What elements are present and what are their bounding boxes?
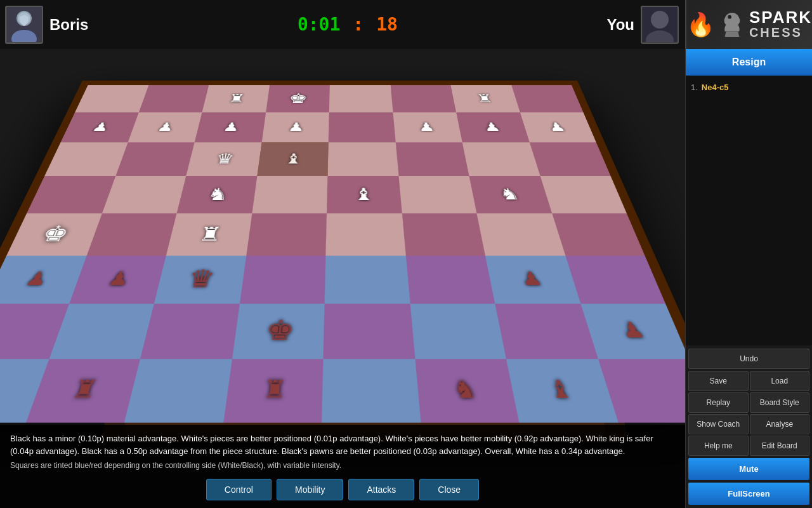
square-c5[interactable]: ♞ — [177, 176, 257, 213]
move-number-1: 1. — [691, 83, 698, 92]
square-c4[interactable]: ♜ — [166, 213, 252, 256]
save-button[interactable]: Save — [688, 371, 749, 391]
square-a8[interactable] — [75, 85, 148, 112]
mobility-button[interactable]: Mobility — [277, 479, 343, 500]
square-g5[interactable]: ♞ — [469, 176, 551, 213]
square-b4[interactable] — [86, 213, 177, 256]
square-f8[interactable] — [390, 85, 456, 112]
square-e5[interactable]: ♝ — [327, 176, 402, 213]
square-d5[interactable] — [252, 176, 328, 213]
square-h5[interactable] — [540, 176, 627, 213]
save-load-row: Save Load — [688, 371, 809, 391]
square-e2[interactable] — [323, 304, 414, 359]
square-g8[interactable]: ♜ — [450, 85, 520, 112]
analysis-hint-text: Squares are tinted blue/red depending on… — [10, 461, 675, 470]
player-right-name: You — [606, 16, 634, 34]
square-d3[interactable] — [239, 256, 325, 304]
square-c8[interactable]: ♜ — [202, 85, 269, 112]
logo-text: SPARK CHESS — [749, 9, 812, 40]
mute-button[interactable]: Mute — [688, 458, 809, 480]
square-b7[interactable]: ♟ — [128, 112, 202, 142]
timer-orange: 18 — [376, 14, 398, 35]
square-c7[interactable]: ♟ — [195, 112, 266, 142]
square-h2[interactable]: ♟ — [580, 304, 685, 359]
square-d1[interactable]: ♜ — [223, 359, 323, 423]
square-f2[interactable] — [410, 304, 506, 359]
square-d6[interactable]: ♝ — [257, 142, 329, 176]
square-d8[interactable]: ♚ — [266, 85, 330, 112]
player-left-name: Boris — [49, 16, 88, 34]
square-a4[interactable]: ♚ — [6, 213, 102, 256]
square-e1[interactable] — [322, 359, 421, 423]
logo-horse-icon — [720, 9, 744, 41]
load-button[interactable]: Load — [750, 371, 810, 391]
move-entry-1: 1. Ne4-c5 — [691, 81, 807, 94]
square-h3[interactable] — [565, 256, 665, 304]
move-notation-1: Ne4-c5 — [702, 83, 729, 92]
square-f6[interactable] — [395, 142, 469, 176]
chess-board[interactable]: ♜ ♚ ♜ ♟ ♟ — [0, 81, 685, 415]
square-g3[interactable]: ♟ — [485, 256, 580, 304]
square-b5[interactable] — [102, 176, 186, 213]
square-f1[interactable]: ♞ — [415, 359, 520, 423]
svg-point-7 — [728, 15, 731, 18]
square-f4[interactable] — [402, 213, 485, 256]
square-e6[interactable] — [327, 142, 398, 176]
svg-point-5 — [651, 11, 669, 29]
move-list: 1. Ne4-c5 — [686, 76, 812, 345]
square-e3[interactable] — [325, 256, 410, 304]
attacks-button[interactable]: Attacks — [348, 479, 414, 500]
control-button[interactable]: Control — [206, 479, 272, 500]
square-h6[interactable] — [529, 142, 610, 176]
square-h7[interactable]: ♟ — [520, 112, 596, 142]
undo-button[interactable]: Undo — [688, 349, 809, 369]
fullscreen-button[interactable]: FullScreen — [688, 483, 809, 505]
square-h4[interactable] — [552, 213, 645, 256]
analysis-main-text: Black has a minor (0.10p) material advan… — [10, 432, 675, 457]
square-g7[interactable]: ♟ — [456, 112, 529, 142]
board-area[interactable]: ♜ ♚ ♜ ♟ ♟ — [0, 49, 685, 508]
analyse-button[interactable]: Analyse — [750, 414, 810, 434]
square-c1[interactable] — [124, 359, 232, 423]
board-style-button[interactable]: Board Style — [750, 392, 810, 413]
show-coach-button[interactable]: Show Coach — [688, 414, 749, 434]
square-a5[interactable] — [27, 176, 115, 213]
close-button[interactable]: Close — [419, 479, 479, 500]
square-d2[interactable]: ♚ — [232, 304, 324, 359]
square-d7[interactable]: ♟ — [261, 112, 329, 142]
player-left: Boris — [0, 6, 88, 44]
square-g6[interactable] — [462, 142, 540, 176]
edit-board-button[interactable]: Edit Board — [750, 436, 810, 456]
timer-green: 0:01 — [298, 14, 340, 35]
square-e7[interactable] — [329, 112, 396, 142]
square-e8[interactable] — [329, 85, 393, 112]
right-panel: Resign 1. Ne4-c5 Undo Save Load Replay B… — [685, 49, 812, 508]
square-c2[interactable] — [140, 304, 239, 359]
avatar-right — [641, 6, 679, 44]
square-f3[interactable] — [405, 256, 495, 304]
replay-boardstyle-row: Replay Board Style — [688, 392, 809, 413]
logo-area: 🔥 SPARK CHESS — [685, 0, 812, 49]
square-a7[interactable]: ♟ — [60, 112, 138, 142]
main-area: ♜ ♚ ♜ ♟ ♟ — [0, 49, 812, 508]
analysis-overlay: Black has a minor (0.10p) material advan… — [0, 425, 685, 508]
square-c3[interactable]: ♛ — [154, 256, 246, 304]
logo-flame-icon: 🔥 — [686, 11, 715, 38]
resign-button[interactable]: Resign — [686, 49, 812, 76]
square-b8[interactable] — [138, 85, 209, 112]
help-editboard-row: Help me Edit Board — [688, 436, 809, 456]
square-f5[interactable] — [398, 176, 477, 213]
square-f7[interactable]: ♟ — [393, 112, 462, 142]
square-h8[interactable] — [511, 85, 584, 112]
square-g4[interactable] — [476, 213, 565, 256]
square-d4[interactable] — [246, 213, 327, 256]
square-b6[interactable] — [115, 142, 195, 176]
help-me-button[interactable]: Help me — [688, 436, 749, 456]
square-c6[interactable]: ♛ — [186, 142, 261, 176]
square-b3[interactable]: ♟ — [69, 256, 166, 304]
square-a6[interactable] — [44, 142, 128, 176]
square-e4[interactable] — [325, 213, 405, 256]
analysis-buttons: Control Mobility Attacks Close — [10, 479, 675, 500]
header: Boris 0:01 : 18 You 🔥 SPARK CHESS — [0, 0, 812, 49]
replay-button[interactable]: Replay — [688, 392, 749, 413]
